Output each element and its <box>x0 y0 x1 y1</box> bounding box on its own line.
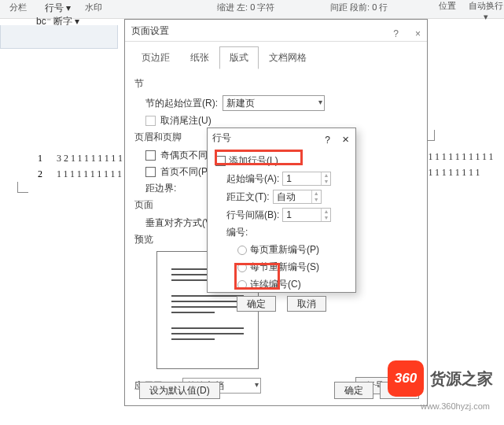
continuous-radio <box>237 280 247 290</box>
odd-even-checkbox[interactable] <box>145 150 156 161</box>
brand-name: 货源之家 <box>430 368 493 390</box>
set-default-button[interactable]: 设为默认值(D) <box>139 382 220 399</box>
spinner-buttons: ▲▼ <box>321 172 330 185</box>
ribbon-columns[interactable]: 分栏 <box>9 2 27 13</box>
tab-grid[interactable]: 文档网格 <box>259 46 317 69</box>
suppress-endnotes-label: 取消尾注(U) <box>160 114 212 128</box>
margin-corner-icon <box>17 182 28 193</box>
numbering-label: 编号: <box>226 226 248 239</box>
tab-paper[interactable]: 纸张 <box>180 46 219 69</box>
ribbon-drop-area <box>0 25 118 49</box>
from-edge-label: 距边界: <box>145 182 176 195</box>
ok-button[interactable]: 确定 <box>334 382 373 399</box>
section-start-value: 新建页 <box>226 97 255 110</box>
ribbon-indent-left[interactable]: 缩进 左: 0 字符 <box>217 2 274 13</box>
dialog2-cancel-button[interactable]: 取消 <box>287 296 326 312</box>
document-area: 1 2 3211111111 1111111111 <box>0 52 118 178</box>
add-line-number-checkbox[interactable] <box>215 156 226 166</box>
close-icon[interactable]: × <box>342 130 349 149</box>
from-text-label: 距正文(T): <box>226 190 270 204</box>
restart-page-label: 每页重新编号(P) <box>250 243 319 257</box>
line-number-2: 2 <box>38 168 45 180</box>
count-by-spinner: 1 ▲▼ <box>282 208 331 222</box>
ribbon-line-numbers-label: 行号 ▾ <box>45 2 71 13</box>
brand-url: www.360hyzj.com <box>421 401 490 411</box>
brand-logo: 360 货源之家 <box>388 360 493 397</box>
add-line-number-label: 添加行号(L) <box>229 154 278 168</box>
dialog-footer: 设为默认值(D) 取消 确定 <box>133 382 419 399</box>
line-number-1: 1 <box>38 153 45 164</box>
doc-text-right-1: 11111111111 <box>421 151 504 163</box>
brand-badge: 360 <box>388 360 424 397</box>
dialog2-titlebar: 行号 ? × <box>208 128 355 147</box>
tab-margin[interactable]: 页边距 <box>131 46 180 69</box>
start-at-label: 起始编号(A): <box>226 172 279 186</box>
continuous-label: 连续编号(C) <box>250 278 301 291</box>
tab-layout[interactable]: 版式 <box>219 46 259 69</box>
chevron-down-icon: ▾ <box>318 98 322 106</box>
first-page-label: 首页不同(P) <box>160 165 211 179</box>
ribbon-watermark[interactable]: 水印 <box>85 2 102 13</box>
suppress-endnotes-checkbox <box>145 116 156 126</box>
help-icon[interactable]: ? <box>325 131 330 150</box>
dialog-titlebar: 页面设置 ? × <box>125 20 427 42</box>
dialog2-title: 行号 <box>212 132 231 143</box>
tabs: 页边距 纸张 版式 文档网格 <box>125 42 427 69</box>
ribbon-spacing-before[interactable]: 间距 段前: 0 行 <box>330 2 388 13</box>
line-number-dialog: 行号 ? × 添加行号(L) 起始编号(A): 1 ▲▼ 距正文(T): 自动 … <box>207 128 356 293</box>
ribbon-position[interactable]: 位置 <box>439 0 456 12</box>
doc-text-right-2: 111111111 <box>421 167 504 179</box>
close-icon[interactable]: × <box>415 23 421 45</box>
ribbon-line-numbers[interactable]: 行号 ▾ bc⁻ 断字 ▾ <box>36 2 79 28</box>
count-by-label: 行号间隔(B): <box>226 209 279 222</box>
from-text-spinner: 自动 ▲▼ <box>273 190 322 204</box>
dialog-title: 页面设置 <box>131 25 169 36</box>
section-heading: 节 <box>134 77 418 91</box>
section-start-label: 节的起始位置(R): <box>145 97 218 110</box>
start-at-spinner: 1 ▲▼ <box>282 172 331 186</box>
first-page-checkbox[interactable] <box>145 167 156 177</box>
dialog2-ok-button[interactable]: 确定 <box>237 296 276 312</box>
help-icon[interactable]: ? <box>393 23 399 45</box>
doc-text-2: 1111111111 <box>57 168 124 180</box>
dialog2-body: 添加行号(L) 起始编号(A): 1 ▲▼ 距正文(T): 自动 ▲▼ 行号间隔… <box>208 147 355 315</box>
restart-section-label: 每节重新编号(S) <box>250 261 319 274</box>
ribbon-wrap[interactable]: 自动换行 ▾ <box>467 0 504 22</box>
section-start-combo[interactable]: 新建页 ▾ <box>223 95 325 111</box>
doc-text-1: 3211111111 <box>57 153 125 164</box>
restart-page-radio <box>237 246 247 255</box>
restart-section-radio <box>237 263 247 272</box>
